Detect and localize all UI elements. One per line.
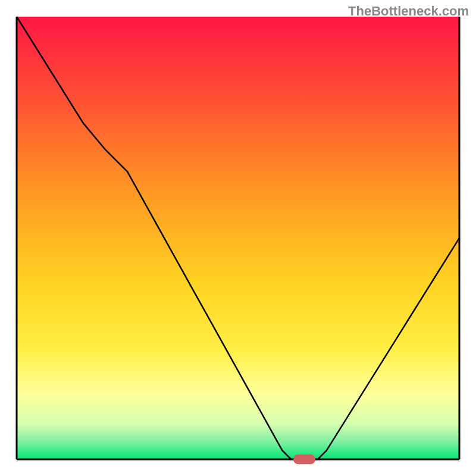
watermark-text: TheBottleneck.com	[348, 4, 469, 19]
svg-rect-4	[293, 455, 315, 464]
svg-rect-0	[17, 17, 459, 459]
chart-container: TheBottleneck.com	[0, 0, 476, 476]
bottleneck-chart	[0, 0, 476, 476]
